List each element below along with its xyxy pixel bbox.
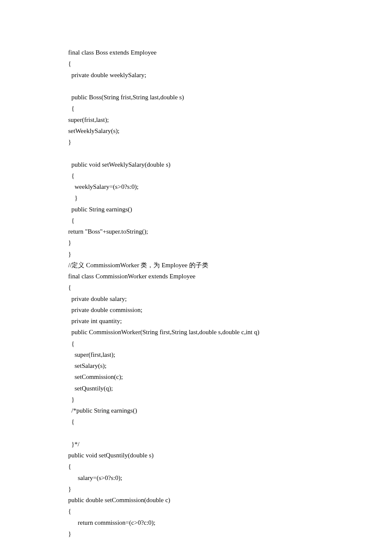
code-line: public CommissionWorker(String first,Str… — [68, 327, 324, 338]
code-line: public void setQusntily(double s) — [68, 450, 324, 461]
code-line: public String earnings() — [68, 204, 324, 215]
code-line: setCommission(c); — [68, 371, 324, 382]
code-line: } — [68, 249, 324, 260]
code-line — [68, 81, 324, 92]
code-line: setSalary(s); — [68, 360, 324, 371]
code-line: public Boss(String frist,String last,dou… — [68, 92, 324, 103]
code-line: { — [68, 416, 324, 427]
code-line: { — [68, 103, 324, 114]
code-line: private double commission; — [68, 304, 324, 315]
code-line: { — [68, 461, 324, 472]
code-line: salary=(s>0?s:0); — [68, 472, 324, 483]
code-line: { — [68, 282, 324, 293]
code-page: final class Boss extends Employee{ priva… — [0, 0, 392, 555]
code-line: } — [68, 528, 324, 539]
code-line: { — [68, 215, 324, 226]
code-line: }*/ — [68, 439, 324, 450]
code-line: { — [68, 506, 324, 517]
code-line: return commission=(c>0?c:0); — [68, 517, 324, 528]
code-line: } — [68, 483, 324, 494]
code-line: private int quantity; — [68, 315, 324, 327]
code-line — [68, 147, 324, 159]
code-line: //定义 CommissiomWorker 类，为 Employee 的子类 — [68, 260, 324, 271]
code-line: } — [68, 192, 324, 203]
code-line: { — [68, 170, 324, 181]
code-line: final class Boss extends Employee — [68, 47, 324, 58]
code-line: super(frist,last); — [68, 114, 324, 125]
code-line: } — [68, 136, 324, 147]
code-line: { — [68, 58, 324, 69]
code-line: /*public String earnings() — [68, 405, 324, 416]
code-line — [68, 428, 324, 439]
code-line: public double setCommission(double c) — [68, 494, 324, 506]
code-line: } — [68, 394, 324, 405]
code-line: weeklySalary=(s>0?s:0); — [68, 181, 324, 192]
code-line: setQusntily(q); — [68, 383, 324, 394]
code-line: } — [68, 237, 324, 248]
code-line: setWeeklySalary(s); — [68, 125, 324, 136]
code-line: { — [68, 338, 324, 349]
code-line: private double weeklySalary; — [68, 69, 324, 81]
code-line: final class CommissionWorker extends Emp… — [68, 271, 324, 282]
code-line: private double salary; — [68, 293, 324, 304]
code-line: super(first,last); — [68, 349, 324, 360]
code-line: return "Boss"+super.toString(); — [68, 226, 324, 237]
code-block: final class Boss extends Employee{ priva… — [68, 47, 324, 539]
code-line: public void setWeeklySalary(double s) — [68, 159, 324, 170]
